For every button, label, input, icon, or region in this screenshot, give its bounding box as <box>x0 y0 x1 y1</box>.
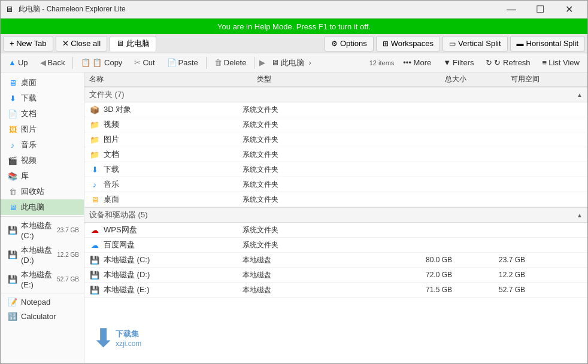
drive-c-content-icon: 💾 <box>89 254 100 265</box>
filters-button[interactable]: ▼ Filters <box>438 55 479 71</box>
minimize-button[interactable]: — <box>498 1 525 19</box>
devices-collapse-button[interactable]: ▲ <box>577 212 583 219</box>
close-button[interactable]: ✕ <box>555 1 583 19</box>
sidebar-item-music[interactable]: ♪ 音乐 <box>1 137 84 153</box>
delete-button[interactable]: 🗑 Delete <box>209 55 252 71</box>
sidebar-item-drive-d[interactable]: 💾 本地磁盘 (D:) 12.2 GB <box>1 242 84 267</box>
watermark: ⬇ 下载集 xzji.com <box>93 324 141 352</box>
copy-button[interactable]: 📋 📋 Copy <box>75 55 128 71</box>
devices-section-label: 设备和驱动器 (5) <box>89 210 148 220</box>
sidebar-item-notepad[interactable]: 📝 Notepad <box>1 295 84 309</box>
refresh-button[interactable]: ↻ ↻ Refresh <box>480 55 535 71</box>
sidebar-divider-1 <box>1 216 84 217</box>
file-type: 系统文件夹 <box>243 225 374 235</box>
downloads-icon: ⬇ <box>8 93 17 103</box>
library-icon: 📚 <box>8 171 17 181</box>
table-row[interactable]: 📦 3D 对象 系统文件夹 <box>84 102 587 117</box>
sidebar-item-pictures[interactable]: 🖼 图片 <box>1 122 84 137</box>
col-name[interactable]: 名称 <box>89 74 257 84</box>
file-type: 系统文件夹 <box>243 195 374 205</box>
item-count: 12 items <box>369 59 395 66</box>
options-button[interactable]: ⚙ Options <box>325 36 374 51</box>
baidu-icon: ☁ <box>89 239 100 250</box>
table-row[interactable]: 📁 图片 系统文件夹 <box>84 132 587 147</box>
up-button[interactable]: ▲ Up <box>3 55 34 71</box>
videos-icon: 🎬 <box>8 156 17 165</box>
folder-documents-icon: 📁 <box>89 149 100 160</box>
file-name: 💾 本地磁盘 (C:) <box>89 254 243 265</box>
file-type: 系统文件夹 <box>243 180 374 190</box>
sidebar-item-drive-e[interactable]: 💾 本地磁盘 (E:) 52.7 GB <box>1 267 84 292</box>
file-name: 📁 视频 <box>89 119 243 130</box>
file-type: 本地磁盘 <box>243 285 374 295</box>
folders-section-header: 文件夹 (7) ▲ <box>84 87 587 102</box>
watermark-label: 下载集 <box>116 329 141 339</box>
sidebar-item-computer[interactable]: 🖥 此电脑 <box>1 199 84 215</box>
close-all-button[interactable]: ✕ Close all <box>56 36 107 51</box>
workspaces-button[interactable]: ⊞ Workspaces <box>376 36 440 51</box>
file-size: 72.0 GB <box>374 271 452 279</box>
tab-bar: + New Tab ✕ Close all 🖥 此电脑 ⚙ Options ⊞ … <box>1 34 587 53</box>
help-banner: You are in Help Mode. Press F1 to turn i… <box>1 19 587 34</box>
current-tab[interactable]: 🖥 此电脑 <box>110 36 156 51</box>
paste-button[interactable]: 📄 Paste <box>162 55 204 71</box>
window-controls: — ☐ ✕ <box>498 1 583 19</box>
file-name: 💾 本地磁盘 (D:) <box>89 269 243 280</box>
watermark-url: xzji.com <box>116 339 141 348</box>
file-type: 系统文件夹 <box>243 135 374 145</box>
breadcrumb: ▶ 🖥 此电脑 › <box>259 56 365 69</box>
back-button[interactable]: ◀ Back <box>35 55 71 71</box>
content-area: 名称 类型 总大小 可用空间 文件夹 (7) ▲ 📦 3D 对象 系统文件夹 📁… <box>84 72 587 364</box>
file-type: 系统文件夹 <box>243 150 374 160</box>
folder-music-icon: ♪ <box>89 179 100 190</box>
main-layout: 🖥 桌面 ⬇ 下载 📄 文档 🖼 图片 ♪ 音乐 🎬 视频 📚 库 🗑 <box>1 72 587 364</box>
toolbar-right: 12 items ••• More ▼ Filters ↻ ↻ Refresh … <box>369 55 585 71</box>
vertical-split-button[interactable]: ▭ Vertical Split <box>442 36 508 51</box>
more-button[interactable]: ••• More <box>398 55 437 71</box>
table-row[interactable]: ♪ 音乐 系统文件夹 <box>84 177 587 192</box>
col-type[interactable]: 类型 <box>257 74 389 84</box>
table-row[interactable]: 💾 本地磁盘 (D:) 本地磁盘 72.0 GB 12.2 GB <box>84 268 587 283</box>
sidebar-item-recycle[interactable]: 🗑 回收站 <box>1 184 84 199</box>
col-free[interactable]: 可用空间 <box>466 74 544 84</box>
sidebar-item-videos[interactable]: 🎬 视频 <box>1 153 84 168</box>
folders-collapse-button[interactable]: ▲ <box>577 92 583 98</box>
file-name: 📁 图片 <box>89 134 243 145</box>
folder-pictures-icon: 📁 <box>89 134 100 145</box>
col-size[interactable]: 总大小 <box>389 74 466 84</box>
toolbar-separator-2 <box>206 57 207 69</box>
table-row[interactable]: 💾 本地磁盘 (C:) 本地磁盘 80.0 GB 23.7 GB <box>84 253 587 268</box>
sidebar-item-drive-c[interactable]: 💾 本地磁盘 (C:) 23.7 GB <box>1 218 84 242</box>
file-size: 80.0 GB <box>374 256 452 264</box>
table-row[interactable]: ⬇ 下载 系统文件夹 <box>84 162 587 177</box>
table-row[interactable]: ☁ 百度网盘 系统文件夹 <box>84 238 587 253</box>
table-row[interactable]: 🖥 桌面 系统文件夹 <box>84 192 587 207</box>
table-row[interactable]: 📁 视频 系统文件夹 <box>84 117 587 132</box>
sidebar: 🖥 桌面 ⬇ 下载 📄 文档 🖼 图片 ♪ 音乐 🎬 视频 📚 库 🗑 <box>1 72 84 364</box>
sidebar-item-downloads[interactable]: ⬇ 下载 <box>1 90 84 106</box>
file-name: ♪ 音乐 <box>89 179 243 190</box>
table-row[interactable]: 📁 文档 系统文件夹 <box>84 147 587 162</box>
folder-video-icon: 📁 <box>89 119 100 130</box>
file-name: 🖥 桌面 <box>89 194 243 205</box>
new-tab-button[interactable]: + New Tab <box>3 36 53 51</box>
sidebar-item-calculator[interactable]: 🔢 Calculator <box>1 309 84 323</box>
notepad-icon: 📝 <box>8 297 17 307</box>
drive-c-icon: 💾 <box>8 226 17 235</box>
sidebar-item-documents[interactable]: 📄 文档 <box>1 106 84 122</box>
table-row[interactable]: ☁ WPS网盘 系统文件夹 <box>84 223 587 238</box>
toolbar-separator-1 <box>72 57 73 69</box>
calculator-icon: 🔢 <box>8 311 17 321</box>
folders-section-label: 文件夹 (7) <box>89 89 125 100</box>
file-name: ☁ 百度网盘 <box>89 239 243 250</box>
list-view-button[interactable]: ≡ List View <box>537 55 585 71</box>
table-row[interactable]: 💾 本地磁盘 (E:) 本地磁盘 71.5 GB 52.7 GB <box>84 283 587 298</box>
sidebar-item-library[interactable]: 📚 库 <box>1 168 84 184</box>
file-type: 系统文件夹 <box>243 120 374 130</box>
file-size: 71.5 GB <box>374 286 452 294</box>
maximize-button[interactable]: ☐ <box>526 1 554 19</box>
cut-button[interactable]: ✂ Cut <box>129 55 160 71</box>
breadcrumb-computer[interactable]: 🖥 此电脑 <box>268 56 308 69</box>
sidebar-item-desktop[interactable]: 🖥 桌面 <box>1 75 84 90</box>
horizontal-split-button[interactable]: ▬ Horisontal Split <box>510 36 585 51</box>
